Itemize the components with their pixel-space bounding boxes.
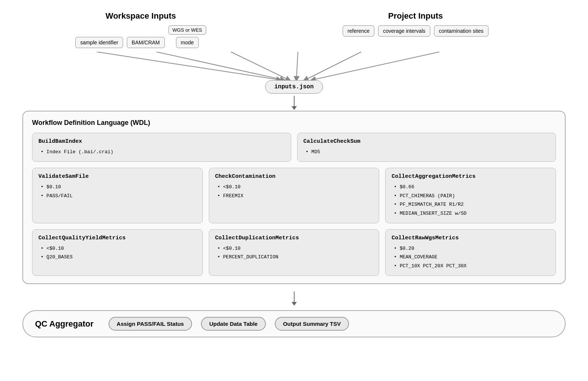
task-collect-duplication-item-1: • PERCENT_DUPLICATION <box>217 253 373 261</box>
wdl-box: Workflow Definition Language (WDL) Build… <box>22 111 566 284</box>
task-collect-quality-title: CollectQualityYieldMetrics <box>38 235 196 241</box>
workspace-sample-identifier: sample identifier <box>75 37 123 48</box>
project-coverage-intervals: coverage intervals <box>378 25 430 37</box>
task-collect-aggregation-title: CollectAggregationMetrics <box>392 173 550 180</box>
task-collect-duplication: CollectDuplicationMetrics • <$0.10 • PER… <box>209 229 380 276</box>
workspace-mode: mode <box>176 37 199 48</box>
task-validate-sam: ValidateSamFile • $0.10 • PASS/FAIL <box>32 168 203 223</box>
task-build-bam-index: BuildBamIndex • Index File (.bai/.crai) <box>32 133 291 162</box>
svg-line-2 <box>231 52 289 80</box>
project-reference: reference <box>343 25 374 37</box>
task-collect-aggregation-item-2: • PF_MISMATCH_RATE R1/R2 <box>394 200 550 209</box>
qc-update-button[interactable]: Update Data Table <box>201 317 266 331</box>
inputs-json-node: inputs.json <box>265 80 323 94</box>
project-title: Project Inputs <box>388 11 443 21</box>
task-collect-quality: CollectQualityYieldMetrics • <$0.10 • Q2… <box>32 229 203 276</box>
task-collect-raw-wgs-item-0: • $0.20 <box>394 244 550 253</box>
down-arrow-head <box>292 106 297 110</box>
task-build-bam-index-item-0: • Index File (.bai/.crai) <box>41 148 285 156</box>
task-collect-duplication-title: CollectDuplicationMetrics <box>215 235 373 241</box>
svg-line-1 <box>156 52 283 80</box>
task-collect-aggregation: CollectAggregationMetrics • $0.66 • PCT_… <box>385 168 556 223</box>
workspace-title: Workspace Inputs <box>106 11 176 21</box>
svg-line-0 <box>97 52 279 80</box>
task-collect-raw-wgs: CollectRawWgsMetrics • $0.20 • MEAN_COVE… <box>385 229 556 276</box>
task-calculate-checksum: CalculateCheckSum • MD5 <box>297 133 556 162</box>
task-collect-raw-wgs-title: CollectRawWgsMetrics <box>392 235 550 241</box>
task-collect-duplication-item-0: • <$0.10 <box>217 244 373 253</box>
task-collect-raw-wgs-item-2: • PCT_10X PCT_20X PCT_30X <box>394 262 550 270</box>
task-collect-raw-wgs-item-1: • MEAN_COVERAGE <box>394 253 550 261</box>
wdl-to-qc-arrow <box>292 292 297 306</box>
project-contamination-sites: contamination sites <box>434 25 488 37</box>
wdl-title: Workflow Definition Language (WDL) <box>32 119 556 127</box>
task-collect-aggregation-item-3: • MEDIAN_INSERT_SIZE w/SD <box>394 209 550 218</box>
task-collect-quality-item-0: • <$0.10 <box>41 244 196 253</box>
qc-aggregator: QC Aggregator Assign PASS/FAIL Status Up… <box>22 310 566 337</box>
task-check-contamination: CheckContamination • <$0.10 • FREEMIX <box>209 168 380 223</box>
qc-title: QC Aggregator <box>35 319 94 329</box>
task-calculate-checksum-item-0: • MD5 <box>306 148 550 156</box>
task-check-contamination-item-0: • <$0.10 <box>217 183 373 191</box>
task-collect-quality-item-1: • Q20_BASES <box>41 253 196 261</box>
down-arrow-line <box>294 96 295 106</box>
task-validate-sam-title: ValidateSamFile <box>38 173 196 180</box>
task-calculate-checksum-title: CalculateCheckSum <box>304 138 550 145</box>
workspace-bam-cram: BAM/CRAM <box>127 37 164 48</box>
task-validate-sam-item-1: • PASS/FAIL <box>41 192 196 200</box>
wgs-wes-box: WGS or WES <box>169 25 206 35</box>
task-check-contamination-title: CheckContamination <box>215 173 373 180</box>
svg-line-3 <box>296 52 298 79</box>
qc-assign-button[interactable]: Assign PASS/FAIL Status <box>109 317 192 331</box>
task-validate-sam-item-0: • $0.10 <box>41 183 196 191</box>
task-collect-aggregation-item-0: • $0.66 <box>394 183 550 191</box>
svg-line-5 <box>313 52 440 80</box>
task-build-bam-index-title: BuildBamIndex <box>38 138 285 145</box>
qc-output-button[interactable]: Output Summary TSV <box>275 317 349 331</box>
task-collect-aggregation-item-1: • PCT_CHIMERAS (PAIR) <box>394 192 550 200</box>
task-check-contamination-item-1: • FREEMIX <box>217 192 373 200</box>
